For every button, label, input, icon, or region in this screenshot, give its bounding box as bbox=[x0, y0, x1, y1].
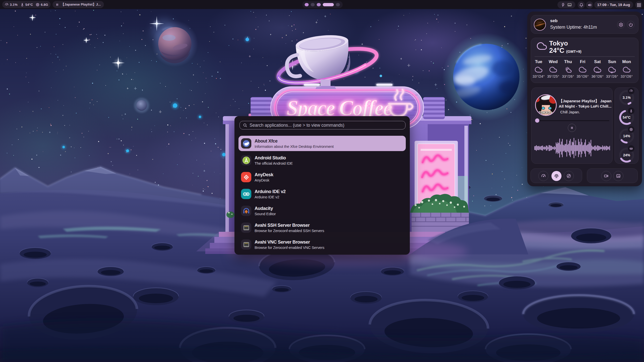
svg-text:14%: 14% bbox=[623, 134, 630, 138]
svg-text:54°C: 54°C bbox=[623, 115, 630, 119]
svg-text:3.1%: 3.1% bbox=[623, 96, 631, 100]
svg-text:24%: 24% bbox=[623, 153, 630, 157]
